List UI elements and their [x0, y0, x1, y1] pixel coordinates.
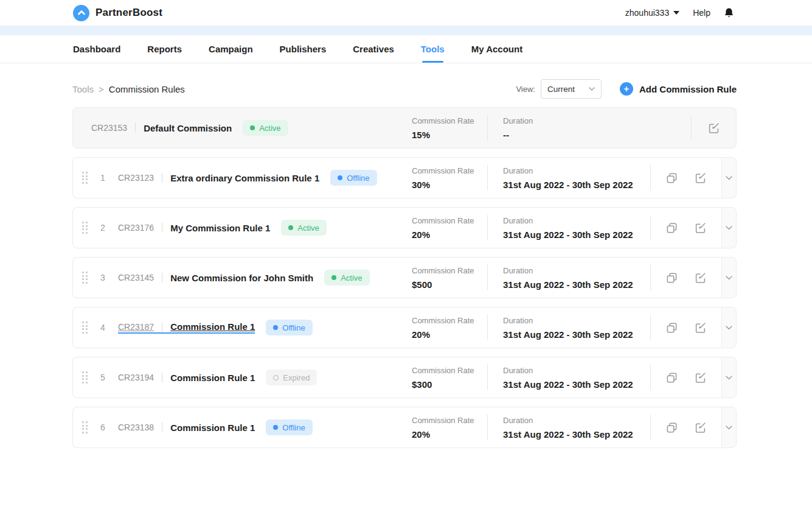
copy-button[interactable] [665, 321, 678, 334]
rule-card: 5 CR23194 Commission Rule 1 Expired Comm… [72, 357, 721, 398]
rule-id-name[interactable]: CR23176 My Commission Rule 1 [118, 223, 270, 233]
status-label: Offline [347, 174, 369, 183]
commission-rate-value: 20% [412, 329, 487, 340]
chevron-down-icon [726, 276, 732, 280]
notification-bell-icon[interactable] [724, 7, 734, 18]
edit-button[interactable] [694, 172, 707, 184]
rule-card: 6 CR23138 Commission Rule 1 Offline Comm… [72, 407, 721, 448]
expand-button[interactable] [721, 207, 737, 248]
divider [162, 423, 162, 432]
nav-item-publishers[interactable]: Publishers [280, 35, 327, 63]
divider [162, 273, 162, 282]
user-menu[interactable]: zhouhui333 [625, 8, 679, 18]
chevron-down-icon [726, 326, 732, 330]
commission-rate-value: $500 [412, 279, 487, 290]
commission-rate-label: Commission Rate [412, 116, 487, 125]
copy-icon [665, 222, 678, 234]
rule-id-name[interactable]: CR23194 Commission Rule 1 [118, 373, 255, 383]
edit-button[interactable] [694, 222, 707, 234]
expand-button[interactable] [721, 307, 737, 348]
commission-rate-value: 15% [412, 130, 487, 140]
drag-handle-icon[interactable] [82, 272, 88, 284]
drag-handle-icon[interactable] [82, 222, 88, 234]
commission-rate-label: Commission Rate [412, 266, 487, 275]
duration-value: 31st Aug 2022 - 30th Sep 2022 [503, 379, 650, 390]
status-label: Expired [283, 373, 310, 382]
rule-id-name[interactable]: CR23145 New Commission for John Smith [118, 273, 313, 283]
status-label: Offline [282, 323, 305, 332]
nav-item-creatives[interactable]: Creatives [353, 35, 394, 63]
main-nav: Dashboard Reports Campaign Publishers Cr… [0, 35, 812, 63]
copy-icon [665, 321, 678, 334]
view-select[interactable]: Current [541, 79, 602, 99]
commission-rate-label: Commission Rate [412, 166, 487, 175]
rule-order-number: 5 [97, 373, 108, 382]
edit-button[interactable] [694, 272, 707, 284]
help-link[interactable]: Help [693, 8, 710, 18]
status-badge: Active [281, 220, 326, 236]
divider [162, 322, 162, 332]
expand-button[interactable] [721, 257, 737, 298]
drag-handle-icon[interactable] [82, 421, 88, 433]
add-commission-rule-label: Add Commission Rule [639, 84, 737, 94]
edit-button[interactable] [694, 421, 707, 434]
username: zhouhui333 [625, 8, 669, 18]
drag-handle-icon[interactable] [82, 321, 88, 334]
copy-button[interactable] [665, 421, 678, 434]
duration-label: Duration [503, 266, 650, 275]
commission-rate-label: Commission Rate [412, 216, 487, 225]
rule-id: CR23153 [91, 123, 127, 133]
expand-button[interactable] [721, 157, 737, 198]
edit-icon [707, 122, 720, 135]
status-badge: Active [243, 120, 288, 136]
drag-handle-icon[interactable] [82, 371, 88, 384]
copy-button[interactable] [665, 172, 678, 184]
brand[interactable]: PartnerBoost [73, 5, 162, 21]
page-head: Tools > Commission Rules View: Current +… [72, 78, 737, 100]
rule-id-name[interactable]: CR23123 Extra ordinary Commission Rule 1 [118, 173, 319, 183]
expand-button[interactable] [721, 407, 737, 448]
copy-button[interactable] [665, 371, 678, 384]
plus-icon: + [620, 82, 633, 96]
nav-item-reports[interactable]: Reports [147, 35, 182, 63]
caret-down-icon [673, 11, 679, 15]
add-commission-rule-button[interactable]: + Add Commission Rule [620, 82, 737, 96]
status-dot-icon [338, 175, 342, 180]
page-title: Commission Rules [109, 84, 185, 94]
view-label: View: [516, 85, 535, 94]
rule-id: CR23176 [118, 223, 154, 233]
edit-button[interactable] [707, 122, 720, 135]
commission-rate-value: $300 [412, 379, 487, 390]
drag-handle-icon[interactable] [82, 172, 88, 184]
duration-label: Duration [503, 416, 650, 425]
rule-name: Commission Rule 1 [170, 373, 255, 383]
commission-rule-row: 1 CR23123 Extra ordinary Commission Rule… [72, 157, 737, 198]
expand-button[interactable] [721, 357, 737, 398]
commission-rule-row: 3 CR23145 New Commission for John Smith … [72, 257, 737, 298]
rule-name: Default Commission [144, 123, 232, 133]
nav-item-my-account[interactable]: My Account [471, 35, 522, 63]
nav-item-dashboard[interactable]: Dashboard [73, 35, 120, 63]
rule-id-name[interactable]: CR23187 Commission Rule 1 [118, 321, 255, 334]
breadcrumb-tools[interactable]: Tools [72, 84, 94, 94]
duration-value: -- [503, 130, 691, 140]
status-badge: Offline [266, 320, 312, 335]
edit-button[interactable] [694, 371, 707, 384]
commission-rate-label: Commission Rate [412, 316, 487, 325]
nav-item-tools[interactable]: Tools [421, 35, 445, 63]
copy-button[interactable] [665, 272, 678, 284]
copy-button[interactable] [665, 222, 678, 234]
divider [162, 373, 162, 382]
status-badge: Active [324, 270, 369, 286]
rule-name: Commission Rule 1 [170, 321, 255, 332]
rule-id: CR23145 [118, 273, 154, 282]
edit-icon [694, 321, 707, 334]
rule-id-name[interactable]: CR23138 Commission Rule 1 [118, 423, 255, 433]
status-badge: Offline [330, 170, 377, 186]
edit-button[interactable] [694, 321, 707, 334]
status-dot-icon [273, 375, 279, 380]
rule-order-number: 6 [97, 423, 108, 432]
breadcrumb: Tools > Commission Rules [72, 84, 185, 94]
chevron-down-icon [726, 176, 732, 180]
nav-item-campaign[interactable]: Campaign [209, 35, 253, 63]
